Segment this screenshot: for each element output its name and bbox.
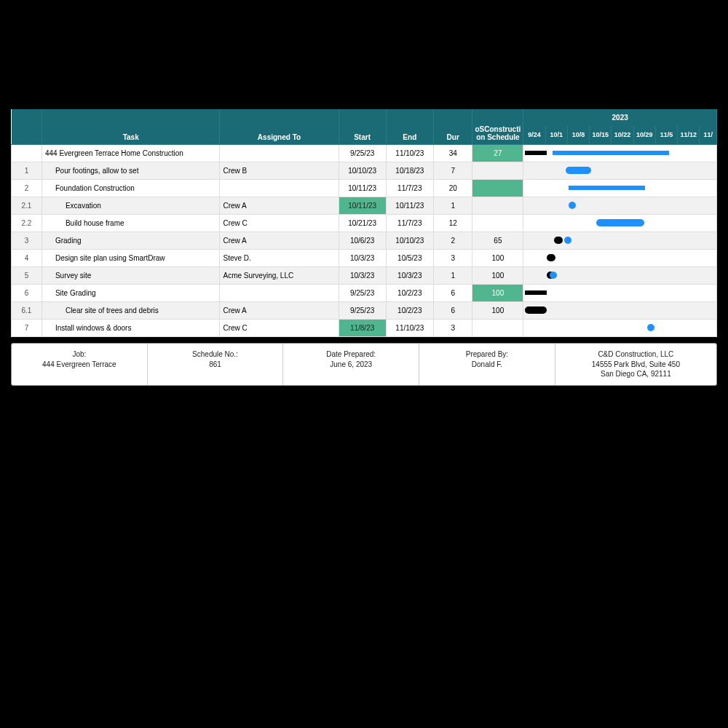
col-assigned: Assigned To <box>220 109 339 144</box>
assigned-to: Acme Surveying, LLC <box>220 266 339 284</box>
gantt-table: Task Assigned To Start End Dur oSConstru… <box>11 109 717 337</box>
timeline-cell <box>523 232 717 249</box>
table-row[interactable]: 4Design site plan using SmartDrawSteve D… <box>12 249 717 266</box>
assigned-to: Crew C <box>220 319 339 336</box>
task-name: Survey site <box>41 266 220 284</box>
row-id <box>12 144 42 162</box>
timeline-cell <box>523 214 717 232</box>
table-row[interactable]: 444 Evergreen Terrace Home Construction9… <box>12 144 717 162</box>
start-date: 10/11/23 <box>339 197 386 214</box>
gantt-bar <box>525 306 547 314</box>
task-name: Foundation Construction <box>41 179 220 197</box>
timeline-cell <box>523 162 717 179</box>
assigned-to <box>220 179 339 197</box>
col-end: End <box>386 109 433 144</box>
gantt-bar <box>569 202 576 209</box>
end-date: 10/11/23 <box>386 197 433 214</box>
timeline-week: 10/29 <box>633 126 655 144</box>
start-date: 9/25/23 <box>339 284 386 301</box>
task-name: Pour footings, allow to set <box>41 162 220 179</box>
assigned-to: Crew A <box>220 197 339 214</box>
duration: 34 <box>433 144 472 162</box>
table-row[interactable]: 3GradingCrew A10/6/2310/10/23265 <box>12 232 717 249</box>
row-id: 3 <box>12 232 42 249</box>
task-name: Build house frame <box>41 214 220 232</box>
row-id: 6 <box>12 284 42 301</box>
table-row[interactable]: 2.2Build house frameCrew C10/21/2311/7/2… <box>12 214 717 232</box>
timeline-week: 11/ <box>700 126 717 144</box>
task-name: Design site plan using SmartDraw <box>41 249 220 266</box>
duration: 6 <box>433 284 472 301</box>
gantt-bar <box>564 237 571 244</box>
gantt-bar <box>554 237 563 244</box>
table-row[interactable]: 2.1ExcavationCrew A10/11/2310/11/231 <box>12 197 717 214</box>
timeline-cell <box>523 301 717 319</box>
end-date: 10/10/23 <box>386 232 433 249</box>
timeline-week: 11/12 <box>678 126 700 144</box>
table-row[interactable]: 6Site Grading9/25/2310/2/236100 <box>12 284 717 301</box>
schedule-percent: 100 <box>472 284 523 301</box>
gantt-bar <box>525 290 547 295</box>
row-id: 7 <box>12 319 42 336</box>
assigned-to <box>220 284 339 301</box>
gantt-bar <box>596 219 644 226</box>
col-start: Start <box>339 109 386 144</box>
duration: 1 <box>433 266 472 284</box>
table-row[interactable]: 6.1Clear site of trees and debrisCrew A9… <box>12 301 717 319</box>
row-id: 5 <box>12 266 42 284</box>
assigned-to <box>220 144 339 162</box>
table-row[interactable]: 7Install windows & doorsCrew C11/8/2311/… <box>12 319 717 336</box>
footer-company: C&D Construction, LLC 14555 Park Blvd, S… <box>555 344 716 385</box>
col-dur: Dur <box>433 109 472 144</box>
timeline-week: 11/5 <box>655 126 677 144</box>
row-id: 2 <box>12 179 42 197</box>
assigned-to: Crew A <box>220 232 339 249</box>
duration: 3 <box>433 319 472 336</box>
schedule-percent: 65 <box>472 232 523 249</box>
end-date: 10/3/23 <box>386 266 433 284</box>
task-name: Excavation <box>41 197 220 214</box>
end-date: 10/2/23 <box>386 284 433 301</box>
start-date: 11/8/23 <box>339 319 386 336</box>
table-row[interactable]: 1Pour footings, allow to setCrew B10/10/… <box>12 162 717 179</box>
schedule-percent: 27 <box>472 144 523 162</box>
assigned-to: Crew A <box>220 301 339 319</box>
timeline-week: 10/15 <box>590 126 612 144</box>
end-date: 10/5/23 <box>386 249 433 266</box>
row-id: 1 <box>12 162 42 179</box>
task-name: 444 Evergreen Terrace Home Construction <box>41 144 220 162</box>
gantt-bar <box>550 272 557 279</box>
task-name: Grading <box>41 232 220 249</box>
duration: 1 <box>433 197 472 214</box>
duration: 7 <box>433 162 472 179</box>
start-date: 9/25/23 <box>339 301 386 319</box>
schedule-percent <box>472 214 523 232</box>
timeline-year: 2023 <box>523 109 717 126</box>
duration: 3 <box>433 249 472 266</box>
task-name: Install windows & doors <box>41 319 220 336</box>
schedule-percent <box>472 197 523 214</box>
start-date: 10/3/23 <box>339 249 386 266</box>
end-date: 10/18/23 <box>386 162 433 179</box>
duration: 12 <box>433 214 472 232</box>
start-date: 10/6/23 <box>339 232 386 249</box>
table-row[interactable]: 5Survey siteAcme Surveying, LLC10/3/2310… <box>12 266 717 284</box>
task-name: Clear site of trees and debris <box>41 301 220 319</box>
timeline-cell <box>523 284 717 301</box>
end-date: 11/7/23 <box>386 179 433 197</box>
row-id: 2.2 <box>12 214 42 232</box>
end-date: 11/10/23 <box>386 319 433 336</box>
footer-prepared-by: Prepared By: Donald F. <box>419 344 555 385</box>
gantt-bar <box>525 151 547 155</box>
start-date: 10/11/23 <box>339 179 386 197</box>
end-date: 11/10/23 <box>386 144 433 162</box>
timeline-cell <box>523 144 717 162</box>
gantt-bar <box>569 186 645 190</box>
timeline-week: 9/24 <box>523 126 545 144</box>
table-row[interactable]: 2Foundation Construction10/11/2311/7/232… <box>12 179 717 197</box>
schedule-percent: 100 <box>472 249 523 266</box>
start-date: 10/3/23 <box>339 266 386 284</box>
assigned-to: Steve D. <box>220 249 339 266</box>
assigned-to: Crew C <box>220 214 339 232</box>
end-date: 10/2/23 <box>386 301 433 319</box>
